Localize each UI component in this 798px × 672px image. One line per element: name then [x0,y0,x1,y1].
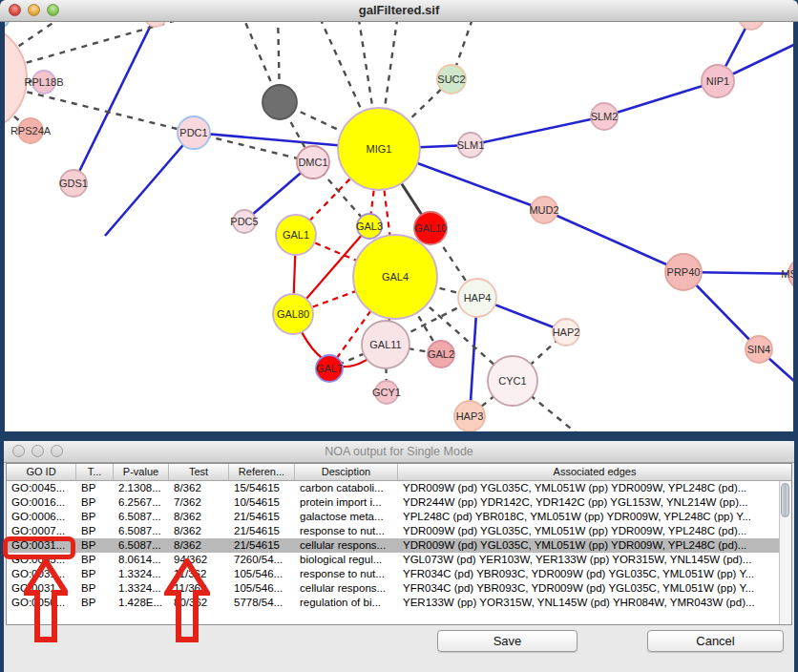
table-row[interactable]: GO:0031...BP6.5087...8/36221/54615cellul… [7,538,779,553]
graph-node-GDS1[interactable]: GDS1 [59,170,88,197]
cell-description: protein import i... [295,495,398,510]
table-body: GO:0045...BP2.1308...8/36215/54615carbon… [7,481,779,624]
graph-node-label: GAL2 [428,348,454,360]
table-row[interactable]: GO:0031...BP1.3324...11/362105/546...res… [7,567,779,581]
graph-node-HAP2[interactable]: HAP2 [553,319,580,346]
graph-node-GCY1[interactable]: GCY1 [372,381,401,404]
vertical-scrollbar[interactable] [779,481,791,624]
graph-node-SIN4[interactable]: SIN4 [746,336,772,363]
graph-node-label: HAP2 [553,326,580,338]
graph-node-SUC2[interactable]: SUC2 [437,65,466,94]
graph-node-label: RPL18B [25,76,64,88]
graph-node-PDC1[interactable]: PDC1 [178,116,210,149]
table-row[interactable]: GO:0031...BP1.3324...11/362105/546...cel… [7,581,779,596]
graph-node-label: GAL1 [283,229,309,241]
save-button[interactable]: Save [437,630,578,652]
graph-node-label: NIP1 [706,75,729,87]
cell-test: 8/362 [169,538,229,553]
table-row[interactable]: GO:0016...BP6.2567...7/36210/54615protei… [7,495,779,510]
graph-node-DMC1[interactable]: DMC1 [297,146,329,178]
cell-associated-edges: YER133W (pp) YOR315W, YNL145W (pd) YHR08… [398,596,779,610]
column-header-test[interactable]: Test [169,464,229,480]
cell-go-id: GO:0016... [7,495,76,510]
graph-node-label: GAL10 [414,222,447,234]
table-row[interactable]: GO:0050...BP1.428E...80/3625778/54...reg… [7,596,779,610]
column-header-referen[interactable]: Referen... [229,464,295,480]
table-row[interactable]: GO:0065...BP8.0614...94/3627260/54...bio… [7,553,779,567]
table-row[interactable]: GO:0045...BP2.1308...8/36215/54615carbon… [7,481,779,495]
graph-node-RPS24A[interactable]: RPS24A [10,118,52,143]
graph-node-CYC1[interactable]: CYC1 [488,356,537,406]
cell-reference: 5778/54... [229,596,295,610]
table-row[interactable]: GO:0006...BP6.5087...8/36221/54615galact… [7,510,779,524]
cell-associated-edges: YFR034C (pd) YBR093C, YDR009W (pd) YGL03… [398,567,779,581]
cell-associated-edges: YPL248C (pd) YBR018C, YML051W (pp) YDR00… [398,510,779,524]
cell-reference: 105/546... [229,567,295,581]
graph-node-MIG1[interactable]: MIG1 [338,108,420,190]
window-title: galFiltered.sif [0,3,798,17]
column-header-t[interactable]: T... [76,464,114,480]
table-row[interactable]: GO:0007...BP6.5087...8/36221/54615respon… [7,524,779,538]
cell-test: 7/362 [169,495,229,510]
cell-test: 8/362 [169,481,229,495]
graph-node-MSI[interactable]: MSI [781,258,793,290]
graph-node-GAL10[interactable]: GAL10 [414,212,447,244]
cell-type: BP [76,538,114,553]
graph-node-label: HAP3 [456,410,484,422]
graph-node-label: DMC1 [298,157,327,168]
network-view[interactable]: RPL18BRPS24AGDS1PDC1DMC1SUC2SLM1SLM2NIP1… [5,21,793,431]
graph-node-topright[interactable] [739,21,764,30]
graph-node-NIP1[interactable]: NIP1 [702,65,734,97]
graph-node-SLM1[interactable]: SLM1 [457,133,485,158]
column-header-associated-edges[interactable]: Associated edges [398,464,791,480]
graph-node-MUD2[interactable]: MUD2 [529,197,558,223]
graph-node-SLM2[interactable]: SLM2 [591,103,619,130]
column-header-p-value[interactable]: P-value [114,464,169,480]
graph-node-GAL3[interactable]: GAL3 [356,214,383,239]
graph-node-HAP3[interactable]: HAP3 [454,401,485,431]
cell-reference: 21/54615 [229,524,295,538]
main-window-titlebar[interactable]: galFiltered.sif [0,0,798,22]
graph-node-GAL80[interactable]: GAL80 [273,294,313,334]
graph-node-GAL7[interactable]: GAL7 [316,355,343,382]
cell-description: biological regul... [295,553,398,567]
cell-p-value: 6.2567... [114,495,169,510]
graph-edge [5,21,200,78]
cell-go-id: GO:0006... [7,510,76,524]
graph-node-GAL4[interactable]: GAL4 [353,235,437,319]
graph-node-graynode[interactable] [262,85,297,119]
scrollbar-thumb[interactable] [781,483,789,517]
cell-associated-edges: YDR009W (pd) YGL035C, YML051W (pp) YDR00… [398,538,779,553]
graph-node-RPL18B[interactable]: RPL18B [25,71,64,94]
table-header-row: GO IDT...P-valueTestReferen...Desciption… [7,464,791,481]
graph-node-label: GAL11 [369,339,401,350]
cell-type: BP [76,495,114,510]
graph-node-PRP40[interactable]: PRP40 [665,254,702,290]
graph-node-label: MIG1 [367,143,392,155]
graph-node-label: GDS1 [59,178,88,189]
cancel-button[interactable]: Cancel [647,630,784,652]
cell-associated-edges: YDR009W (pd) YGL035C, YML051W (pp) YDR00… [398,481,779,495]
cell-test: 8/362 [169,524,229,538]
annotation-highlight-box [3,536,75,559]
cell-associated-edges: YFR034C (pd) YBR093C, YDR009W (pd) YGL03… [398,581,779,596]
noa-window-titlebar[interactable]: NOA output for Single Mode [4,441,794,463]
graph-node-GAL1[interactable]: GAL1 [276,215,316,255]
column-header-go-id[interactable]: GO ID [7,464,76,480]
column-header-desciption[interactable]: Desciption [295,464,398,480]
graph-node-label: SUC2 [437,74,465,85]
graph-node-label: GAL3 [356,220,383,232]
graph-edge [471,116,604,145]
graph-node-GAL2[interactable]: GAL2 [428,341,454,368]
cell-type: BP [76,481,114,495]
cell-p-value: 1.3324... [114,567,169,581]
graph-node-label: PRP40 [667,266,701,278]
graph-node-label: PDC5 [230,216,258,227]
graph-node-HAP4[interactable]: HAP4 [458,279,496,317]
cell-type: BP [76,581,114,596]
graph-node-GAL11[interactable]: GAL11 [362,321,410,368]
graph-node-label: GAL4 [382,271,409,283]
cell-reference: 10/54615 [229,495,295,510]
cell-type: BP [76,567,114,581]
graph-node-label: SIN4 [747,344,770,355]
